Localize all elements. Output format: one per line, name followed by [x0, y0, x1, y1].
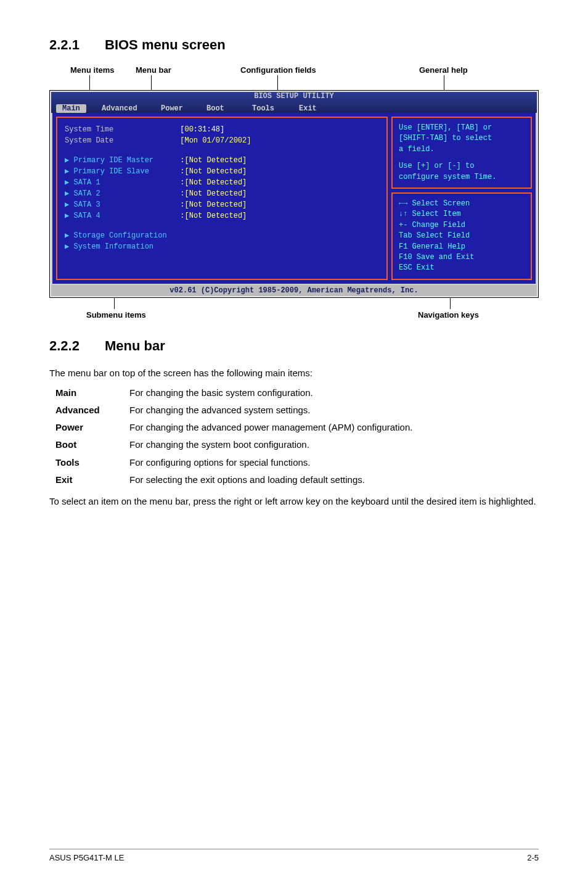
section-2-2-2-title: 2.2.2Menu bar [49, 338, 539, 354]
help-line: [SHIFT-TAB] to select [399, 133, 525, 144]
triangle-icon: ▶ [65, 156, 73, 165]
nav-line: ↓↑ Select Item [399, 209, 525, 220]
section-2-2-1-title: 2.2.1BIOS menu screen [49, 37, 539, 53]
anno-line [114, 298, 115, 309]
triangle-icon: ▶ [65, 212, 73, 220]
value-time: [00:31:48] [180, 125, 224, 134]
anno-menu-bar: Menu bar [136, 65, 171, 75]
value: :[Not Detected] [180, 200, 247, 209]
section-num: 2.2.2 [49, 338, 105, 354]
menubar-items-list: Main For changing the basic system confi… [55, 387, 539, 487]
anno-submenu-items: Submenu items [86, 310, 146, 320]
spacer [65, 146, 379, 155]
row-sata-3[interactable]: ▶ SATA 3 :[Not Detected] [65, 199, 379, 210]
help-line: configure system Time. [399, 172, 525, 183]
value-date: [Mon 01/07/2002] [180, 136, 251, 145]
item-key: Power [55, 421, 129, 434]
row-system-info[interactable]: ▶ System Information [65, 241, 379, 252]
anno-navigation-keys: Navigation keys [418, 310, 479, 320]
row-system-date[interactable]: System Date [Mon 01/07/2002] [65, 135, 379, 146]
help-line: Use [+] or [-] to [399, 161, 525, 171]
label: System Time [65, 125, 113, 134]
bios-copyright: v02.61 (C)Copyright 1985-2009, American … [51, 285, 537, 296]
item-key: Advanced [55, 404, 129, 416]
help-line: a field. [399, 144, 525, 155]
context-help-panel: Use [ENTER], [TAB] or [SHIFT-TAB] to sel… [391, 117, 532, 189]
row-primary-ide-slave[interactable]: ▶ Primary IDE Slave :[Not Detected] [65, 166, 379, 177]
item-boot: Boot For changing the system boot config… [55, 439, 539, 451]
item-advanced: Advanced For changing the advanced syste… [55, 404, 539, 416]
spacer [65, 252, 379, 270]
bios-window: BIOS SETUP UTILITY Main Advanced Power B… [49, 90, 539, 298]
triangle-icon: ▶ [65, 231, 73, 240]
nav-line: F1 General Help [399, 242, 525, 252]
help-line: Use [ENTER], [TAB] or [399, 123, 525, 133]
page-footer: ASUS P5G41T-M LE 2-5 [49, 849, 539, 862]
row-sata-2[interactable]: ▶ SATA 2 :[Not Detected] [65, 188, 379, 199]
nav-line: +- Change Field [399, 220, 525, 231]
item-key: Boot [55, 439, 129, 451]
spacer [65, 221, 379, 230]
triangle-icon: ▶ [65, 189, 73, 198]
value: :[Not Detected] [180, 212, 247, 220]
bios-body: System Time [00:31:48] System Date [Mon … [51, 113, 537, 285]
anno-config-fields: Configuration fields [240, 65, 316, 75]
bios-titlebar: BIOS SETUP UTILITY Main Advanced Power B… [51, 92, 537, 113]
nav-keys-panel: ←→ Select Screen ↓↑ Select Item +- Chang… [391, 192, 532, 280]
value: :[Not Detected] [180, 167, 247, 176]
triangle-icon: ▶ [65, 242, 73, 251]
menubar-intro: The menu bar on top of the screen has th… [49, 366, 539, 379]
item-power: Power For changing the advanced power ma… [55, 421, 539, 434]
row-system-time[interactable]: System Time [00:31:48] [65, 124, 379, 135]
anno-line [450, 298, 451, 309]
nav-line: ESC Exit [399, 263, 525, 273]
footer-right: 2-5 [527, 853, 539, 862]
triangle-icon: ▶ [65, 200, 73, 209]
anno-menu-items: Menu items [70, 65, 115, 75]
value: :[Not Detected] [180, 189, 247, 198]
item-main: Main For changing the basic system confi… [55, 387, 539, 399]
triangle-icon: ▶ [65, 167, 73, 176]
value: :[Not Detected] [180, 156, 247, 165]
tab-main[interactable]: Main [56, 104, 86, 113]
section-heading: Menu bar [105, 338, 165, 353]
row-storage-config[interactable]: ▶ Storage Configuration [65, 230, 379, 241]
nav-line: ←→ Select Screen [399, 199, 525, 209]
bios-help-column: Use [ENTER], [TAB] or [SHIFT-TAB] to sel… [391, 117, 532, 280]
label: System Date [65, 136, 113, 145]
footer-left: ASUS P5G41T-M LE [49, 853, 124, 862]
label: SATA 2 [73, 189, 100, 198]
row-sata-1[interactable]: ▶ SATA 1 :[Not Detected] [65, 177, 379, 188]
label: SATA 3 [73, 200, 100, 209]
anno-general-help: General help [419, 65, 468, 75]
nav-line: F10 Save and Exit [399, 252, 525, 263]
tab-tools[interactable]: Tools [246, 104, 280, 113]
label: Storage Configuration [73, 231, 166, 240]
tab-boot[interactable]: Boot [200, 104, 231, 113]
item-exit: Exit For selecting the exit options and … [55, 474, 539, 486]
item-tools: Tools For configuring options for specia… [55, 456, 539, 469]
nav-line: Tab Select Field [399, 231, 525, 241]
bios-main-panel: System Time [00:31:48] System Date [Mon … [56, 117, 388, 280]
label: Primary IDE Master [73, 156, 153, 165]
item-desc: For configuring options for special func… [129, 456, 539, 469]
label: Primary IDE Slave [73, 167, 149, 176]
item-key: Tools [55, 456, 129, 469]
spacer [399, 155, 525, 161]
row-primary-ide-master[interactable]: ▶ Primary IDE Master :[Not Detected] [65, 155, 379, 166]
value: :[Not Detected] [180, 178, 247, 187]
bios-title: BIOS SETUP UTILITY [254, 92, 334, 101]
tab-power[interactable]: Power [155, 104, 189, 113]
tab-advanced[interactable]: Advanced [96, 104, 144, 113]
top-annotation-row: Menu items Menu bar Configuration fields… [49, 65, 539, 90]
row-sata-4[interactable]: ▶ SATA 4 :[Not Detected] [65, 210, 379, 221]
section-num: 2.2.1 [49, 37, 105, 53]
label: System Information [73, 242, 153, 251]
tab-exit[interactable]: Exit [293, 104, 323, 113]
item-desc: For selecting the exit options and loadi… [129, 474, 539, 486]
bottom-annotation-row: Submenu items Navigation keys [49, 298, 539, 323]
item-desc: For changing the system boot configurati… [129, 439, 539, 451]
label: SATA 4 [73, 212, 100, 220]
section-heading: BIOS menu screen [105, 37, 226, 52]
triangle-icon: ▶ [65, 178, 73, 187]
